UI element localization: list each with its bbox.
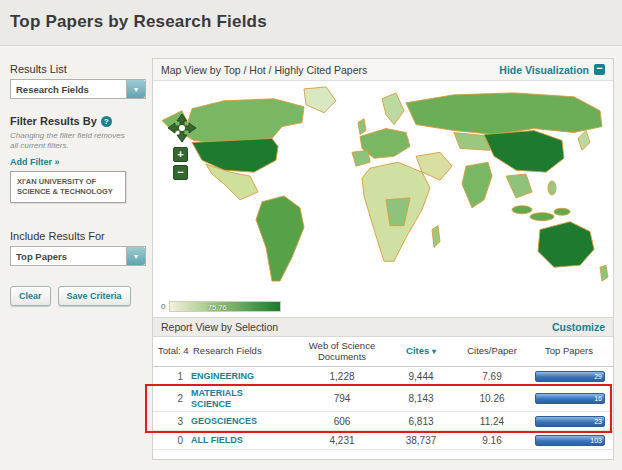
cites-per-paper-value: 7.69 (453, 371, 531, 382)
cites-per-paper-value: 11.24 (453, 416, 531, 427)
world-map[interactable] (154, 81, 612, 291)
cites-per-paper-value: 9.16 (453, 435, 531, 446)
column-cites-label: Cites (406, 345, 429, 356)
field-link-geosciences[interactable]: GEOSCIENCES (191, 416, 295, 426)
filter-by-section: Filter Results By ? (10, 115, 146, 127)
sidebar-buttons: Clear Save Criteria (10, 286, 146, 306)
help-icon[interactable]: ? (101, 116, 112, 127)
report-view-title: Report View by Selection (161, 321, 278, 333)
total-count-label: Total: 4 (155, 346, 191, 357)
include-results-value: Top Papers (11, 247, 126, 265)
customize-link[interactable]: Customize (552, 321, 605, 333)
table-row-geosciences: 3 GEOSCIENCES 606 6,813 11.24 23 (153, 412, 613, 431)
minus-icon: − (594, 64, 605, 75)
column-cites-per-paper: Cites/Paper (453, 346, 531, 357)
active-filter-chip[interactable]: XI'AN UNIVERSITY OF SCIENCE & TECHNOLOGY (10, 171, 126, 203)
chevron-down-icon[interactable]: ▼ (126, 247, 145, 265)
map-zoom-controls: + − (173, 147, 188, 180)
clear-button[interactable]: Clear (10, 286, 51, 306)
cites-value: 8,143 (389, 393, 453, 404)
cites-value: 38,737 (389, 435, 453, 446)
hide-visualization-link[interactable]: Hide Visualization − (499, 64, 605, 76)
map-color-scale: 0 75.76 (161, 299, 281, 313)
report-table: Total: 4 Research Fields Web of Science … (153, 337, 613, 450)
field-link-all-fields[interactable]: ALL FIELDS (191, 435, 295, 445)
row-rank: 1 (155, 371, 191, 382)
results-list-value: Research Fields (11, 80, 126, 98)
hide-visualization-label: Hide Visualization (499, 64, 589, 76)
docs-value: 606 (295, 416, 389, 427)
add-filter-link[interactable]: Add Filter » (10, 157, 146, 167)
docs-value: 794 (295, 393, 389, 404)
cites-per-paper-value: 10.26 (453, 393, 531, 404)
top-papers-count: 29 (594, 372, 602, 382)
sort-down-icon: ▾ (432, 347, 436, 356)
scale-min-label: 0 (161, 302, 165, 311)
zoom-out-icon[interactable]: − (173, 165, 188, 180)
map-pan-control[interactable] (167, 113, 197, 143)
scale-max-label: 75.76 (208, 302, 227, 313)
row-rank: 0 (155, 435, 191, 446)
column-cites-sortable[interactable]: Cites ▾ (389, 346, 453, 357)
title-bar: Top Papers by Research Fields (0, 0, 622, 46)
cites-value: 9,444 (389, 371, 453, 382)
row-rank: 2 (155, 393, 191, 404)
top-papers-bar-cell: 23 (531, 416, 607, 427)
docs-value: 1,228 (295, 371, 389, 382)
results-list-label: Results List (10, 58, 146, 79)
chevron-down-icon[interactable]: ▼ (126, 80, 145, 98)
top-papers-count: 16 (594, 394, 602, 404)
top-papers-bar: 23 (535, 416, 605, 427)
top-papers-bar-cell: 16 (531, 393, 607, 404)
top-papers-bar-cell: 29 (531, 371, 607, 382)
top-papers-bar-cell: 103 (531, 435, 607, 446)
cites-value: 6,813 (389, 416, 453, 427)
scale-gradient-bar: 75.76 (169, 301, 281, 312)
top-papers-bar: 16 (535, 393, 605, 404)
map-view-header: Map View by Top / Hot / Highly Cited Pap… (153, 59, 613, 81)
map-view-title: Map View by Top / Hot / Highly Cited Pap… (161, 64, 367, 76)
main-panel: Map View by Top / Hot / Highly Cited Pap… (152, 58, 614, 460)
report-view-header: Report View by Selection Customize (153, 317, 613, 337)
zoom-in-icon[interactable]: + (173, 147, 188, 162)
table-body: 1 ENGINEERING 1,228 9,444 7.69 29 2 MATE… (153, 367, 613, 450)
column-wos-documents: Web of Science Documents (295, 341, 389, 363)
top-papers-count: 103 (590, 436, 602, 446)
top-papers-bar: 103 (535, 435, 605, 446)
field-link-engineering[interactable]: ENGINEERING (191, 371, 295, 381)
field-link-materials-science[interactable]: MATERIALS SCIENCE (191, 388, 261, 409)
column-research-fields: Research Fields (191, 346, 295, 357)
table-header-row: Total: 4 Research Fields Web of Science … (153, 337, 613, 367)
filter-by-label: Filter Results By (10, 115, 97, 127)
top-papers-bar: 29 (535, 371, 605, 382)
include-results-dropdown[interactable]: Top Papers ▼ (10, 246, 146, 266)
save-criteria-button[interactable]: Save Criteria (58, 286, 131, 306)
sidebar: Results List Research Fields ▼ Filter Re… (10, 58, 146, 306)
include-results-label: Include Results For (10, 225, 146, 246)
column-top-papers: Top Papers (531, 346, 607, 357)
page-title: Top Papers by Research Fields (10, 12, 267, 32)
row-rank: 3 (155, 416, 191, 427)
table-row-materials-science: 2 MATERIALS SCIENCE 794 8,143 10.26 16 (153, 386, 613, 412)
table-row-engineering: 1 ENGINEERING 1,228 9,444 7.69 29 (153, 367, 613, 386)
top-papers-count: 23 (594, 417, 602, 427)
results-list-dropdown[interactable]: Research Fields ▼ (10, 79, 146, 99)
filter-note: Changing the filter field removes all cu… (10, 131, 130, 152)
docs-value: 4,231 (295, 435, 389, 446)
table-row-all-fields: 0 ALL FIELDS 4,231 38,737 9.16 103 (153, 431, 613, 450)
map-area: + − 0 75.76 (153, 81, 613, 317)
